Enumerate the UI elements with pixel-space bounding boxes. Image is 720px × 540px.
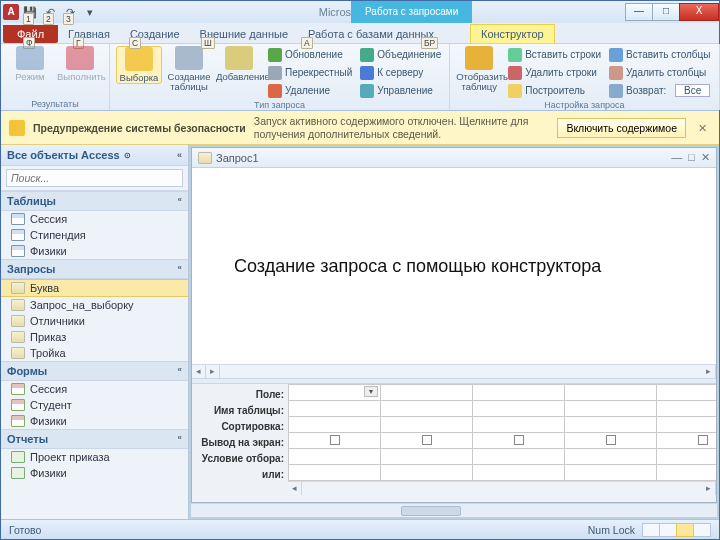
document-area: Запрос1 — □ ✕ Создание запроса с помощью… [189,145,719,519]
maximize-button[interactable]: □ [652,3,680,21]
sql-view-icon [676,523,694,537]
navigation-pane: Все объекты Access ⊙ « Таблицы« Сессия С… [1,145,189,519]
shield-icon [9,120,25,136]
ribbon-tabs: Файл Главная Создание Внешние данные Раб… [1,23,719,43]
doc-titlebar: Запрос1 — □ ✕ [192,148,716,168]
nav-search-input[interactable] [6,169,183,187]
file-tab[interactable]: Файл [3,25,58,43]
nav-item-query[interactable]: Запрос_на_выборку [1,297,188,313]
security-message[interactable]: Запуск активного содержимого отключен. Щ… [254,115,550,139]
return-combo[interactable]: Возврат: Все [607,82,712,99]
datadef-button[interactable]: Управление [358,82,443,99]
builder-button[interactable]: Построитель [506,82,603,99]
overlay-caption: Создание запроса с помощью конструктора [234,254,601,278]
view-button[interactable]: Режим [7,46,53,82]
report-icon [11,451,25,463]
nav-group-reports: Отчеты« Проект приказа Физики [1,429,188,481]
title-bar: A 💾 ↶ ↷ ▾ 1 2 3 Microsoft Access Работа … [1,1,719,23]
nav-group-header[interactable]: Таблицы« [1,191,188,211]
enable-content-button[interactable]: Включить содержимое [557,118,686,138]
close-button[interactable]: X [679,3,719,21]
nav-item-table[interactable]: Стипендия [1,227,188,243]
append-button[interactable]: Добавление [216,46,262,82]
nav-item-form[interactable]: Сессия [1,381,188,397]
tab-home[interactable]: Главная [58,25,120,43]
qbe-cells[interactable]: ◂▸ [288,384,716,502]
union-button[interactable]: Объединение [358,46,443,63]
nav-group-header[interactable]: Запросы« [1,259,188,279]
nav-item-form[interactable]: Физики [1,413,188,429]
nav-item-query[interactable]: Буква [1,279,188,297]
shutter-icon[interactable]: « [177,150,182,160]
form-icon [11,399,25,411]
ribbon: Режим Выполнить Результаты Выборка Созда… [1,43,719,111]
delete-rows-button[interactable]: Удалить строки [506,64,603,81]
query-design-window: Запрос1 — □ ✕ Создание запроса с помощью… [191,147,717,503]
doc-title: Запрос1 [216,152,259,164]
qat-save-icon[interactable]: 💾 [21,3,39,21]
minimize-button[interactable]: — [625,3,653,21]
tab-database-tools[interactable]: Работа с базами данных [298,25,444,43]
tab-create[interactable]: Создание [120,25,190,43]
doc-min-icon[interactable]: — [671,151,682,164]
passthrough-button[interactable]: К серверу [358,64,443,81]
security-warning-bar: Предупреждение системы безопасности Запу… [1,111,719,145]
nav-item-report[interactable]: Проект приказа [1,449,188,465]
group-query-setup: Отобразить таблицу Вставить строки Удали… [450,44,719,110]
doc-close-icon[interactable]: ✕ [701,151,710,164]
group-label: Результаты [7,98,103,110]
main-area: Все объекты Access ⊙ « Таблицы« Сессия С… [1,145,719,519]
doc-max-icon[interactable]: □ [688,151,695,164]
design-scrollbar[interactable]: ◂▸▸ [192,364,716,378]
nav-item-form[interactable]: Студент [1,397,188,413]
tab-external-data[interactable]: Внешние данные [190,25,298,43]
report-icon [11,467,25,479]
nav-item-query[interactable]: Приказ [1,329,188,345]
qat-redo-icon[interactable]: ↷ [61,3,79,21]
qbe-scrollbar[interactable]: ◂▸ [288,481,716,495]
window-controls: — □ X [626,3,719,21]
outer-hscroll[interactable] [191,503,717,517]
security-close-icon[interactable]: ✕ [694,122,711,134]
show-table-button[interactable]: Отобразить таблицу [456,46,502,92]
delete-button[interactable]: Удаление [266,82,354,99]
qbe-grid: Поле: Имя таблицы: Сортировка: Вывод на … [192,384,716,502]
nav-header[interactable]: Все объекты Access ⊙ « [1,145,188,166]
nav-search [1,166,188,191]
nav-group-header[interactable]: Отчеты« [1,429,188,449]
nav-item-table[interactable]: Сессия [1,211,188,227]
group-label: Настройка запроса [456,99,712,111]
insert-rows-button[interactable]: Вставить строки [506,46,603,63]
status-numlock: Num Lock [588,524,635,536]
nav-item-report[interactable]: Физики [1,465,188,481]
nav-item-query[interactable]: Тройка [1,345,188,361]
make-table-button[interactable]: Создание таблицы [166,46,212,92]
contextual-tab-group: Работа с запросами [351,1,472,23]
crosstab-button[interactable]: Перекрестный [266,64,354,81]
query-icon [11,299,25,311]
app-icon: A [3,4,19,20]
qat-customize-icon[interactable]: ▾ [81,3,99,21]
table-icon [11,229,25,241]
delete-cols-button[interactable]: Удалить столбцы [607,64,712,81]
query-icon [11,331,25,343]
table-icon [11,213,25,225]
nav-group-header[interactable]: Формы« [1,361,188,381]
nav-item-query[interactable]: Отличники [1,313,188,329]
nav-group-queries: Запросы« Буква Запрос_на_выборку Отлични… [1,259,188,361]
select-query-button[interactable]: Выборка [116,46,162,84]
table-icon [11,245,25,257]
view-switcher[interactable] [643,523,711,537]
run-button[interactable]: Выполнить [57,46,103,82]
qat-undo-icon[interactable]: ↶ [41,3,59,21]
form-icon [11,383,25,395]
group-results: Режим Выполнить Результаты [1,44,110,110]
group-query-type: Выборка Создание таблицы Добавление Обно… [110,44,450,110]
insert-cols-button[interactable]: Вставить столбцы [607,46,712,63]
update-button[interactable]: Обновление [266,46,354,63]
quick-access-toolbar: A 💾 ↶ ↷ ▾ [1,3,99,21]
nav-item-table[interactable]: Физики [1,243,188,259]
design-surface[interactable]: Создание запроса с помощью конструктора [192,168,716,364]
group-label: Тип запроса [116,99,443,111]
tab-design[interactable]: Конструктор [470,24,555,43]
